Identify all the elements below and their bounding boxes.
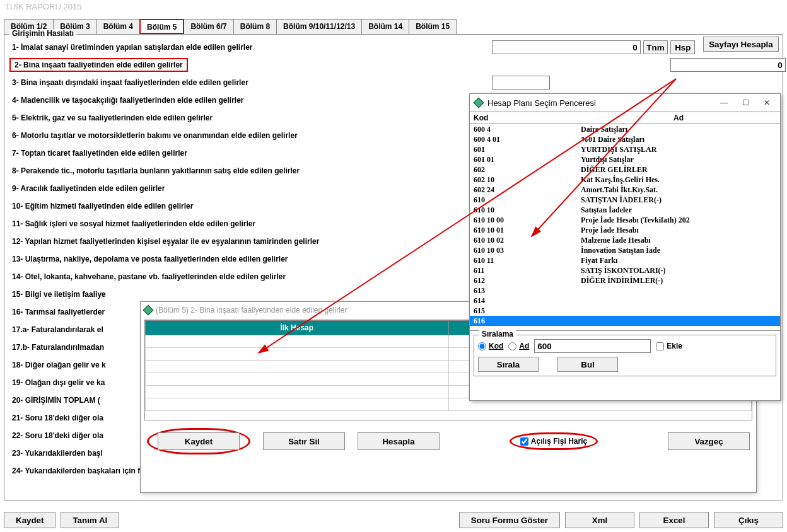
hp-item-kod: 610 10 [474, 205, 581, 215]
hp-list-item[interactable]: 611SATIŞ İSKONTOLARI(-) [470, 265, 780, 275]
hp-list[interactable]: 600 4Daire Satışları600 4 01%01 Daire Sa… [470, 124, 780, 331]
hp-list-item[interactable]: 610 10 02Malzeme İade Hesabı [470, 235, 780, 245]
hp-sort-group: Sıralama Kod Ad Ekle Sırala Bul [474, 335, 776, 376]
hp-header-ad: Ad [581, 113, 776, 122]
tab-b-l-m-4[interactable]: Bölüm 4 [96, 19, 140, 34]
sayfayi-hesapla-button[interactable]: Sayfayı Hesapla [703, 37, 779, 52]
row-value-input[interactable] [670, 58, 786, 72]
tab-row: Bölüm 1/2Bölüm 3Bölüm 4Bölüm 5Bölüm 6/7B… [0, 19, 787, 34]
chk-ekle[interactable]: Ekle [656, 342, 682, 350]
radio-ad[interactable]: Ad [508, 342, 529, 350]
hp-sirala-button[interactable]: Sırala [478, 357, 539, 372]
hp-list-item[interactable]: 615 [470, 306, 780, 316]
cikis-button[interactable]: Çıkış [714, 512, 783, 528]
hp-list-item[interactable]: 610 10 03İnnovation Satıştan İade [470, 245, 780, 255]
hp-list-item[interactable]: 614 [470, 296, 780, 306]
hp-item-kod: 600 4 [474, 124, 581, 134]
window-title: TUİK RAPORU 2015 [0, 0, 787, 14]
hp-list-item[interactable]: 601YURTDIŞI SATIŞLAR [470, 144, 780, 154]
hp-list-item[interactable]: 610 10 00Proje İade Hesabı (Tevkifatlı) … [470, 215, 780, 225]
hp-item-kod: 601 [474, 144, 581, 154]
hp-list-item[interactable]: 602 10Kat Karş.İnş.Geliri Hes. [470, 175, 780, 185]
row-label: 15- Bilgi ve iletişim faaliye [9, 289, 492, 300]
sub-kaydet-button[interactable]: Kaydet [158, 432, 240, 450]
excel-button[interactable]: Excel [639, 512, 709, 528]
maximize-icon[interactable]: ☐ [737, 98, 754, 107]
revenue-row: 1- İmalat sanayi üretiminden yapılan sat… [9, 38, 778, 56]
hp-item-ad: DİĞER İNDİRİMLER(-) [581, 275, 776, 286]
hp-list-item[interactable]: 613 [470, 286, 780, 296]
row-value-input[interactable] [492, 76, 550, 90]
hp-item-kod: 602 24 [474, 185, 581, 195]
xml-button[interactable]: Xml [565, 512, 634, 528]
tab-b-l-m-5[interactable]: Bölüm 5 [139, 19, 184, 34]
sub-vazgec-button[interactable]: Vazgeç [668, 432, 750, 450]
tab-b-l-m-15[interactable]: Bölüm 15 [409, 19, 457, 34]
row-label: 5- Elektrik, gaz ve su faaliyetlerinden … [9, 112, 492, 124]
hp-list-item[interactable]: 600 4 01%01 Daire Satışları [470, 134, 780, 144]
hp-item-ad [581, 296, 776, 306]
hp-list-item[interactable]: 616 [470, 316, 780, 326]
row-label: 10- Eğitim hizmeti faaliyetinden elde ed… [9, 200, 492, 212]
hp-item-kod: 610 10 01 [474, 225, 581, 235]
row-value-input[interactable] [492, 40, 641, 54]
hp-list-item[interactable]: 602 24Amort.Tabi İkt.Kıy.Sat. [470, 185, 780, 195]
hp-list-item[interactable]: 610SATIŞTAN İADELER(-) [470, 195, 780, 205]
hp-item-ad: Kat Karş.İnş.Geliri Hes. [581, 175, 776, 185]
radio-kod[interactable]: Kod [478, 342, 503, 350]
hp-list-item[interactable]: 612DİĞER İNDİRİMLER(-) [470, 275, 780, 286]
hesap-plani-window: Hesap Planı Seçim Penceresi — ☐ ✕ Kod Ad… [469, 93, 781, 401]
hp-header-kod: Kod [474, 113, 581, 122]
hp-item-kod: 610 10 02 [474, 235, 581, 245]
hp-list-item[interactable]: 602DİĞER GELİRLER [470, 165, 780, 175]
hp-item-ad: Satıştan İadeler [581, 205, 776, 215]
tanim-al-button[interactable]: Tanım Al [61, 512, 119, 528]
hp-item-kod: 610 11 [474, 255, 581, 265]
tab-b-l-m-6-7[interactable]: Bölüm 6/7 [184, 19, 233, 34]
chk-acilis-fisi-haric[interactable]: Açılış Fişi Hariç [520, 437, 587, 446]
sub-hesapla-button[interactable]: Hesapla [358, 432, 440, 450]
row-label: 13- Ulaştırma, nakliye, depolama ve post… [9, 253, 492, 265]
revenue-row: 2- Bina inşaatı faaliyetinden elde edile… [9, 56, 778, 74]
row-label: 8- Perakende tic., motorlu taşıtlarla bu… [9, 165, 492, 176]
hp-item-kod: 602 10 [474, 175, 581, 185]
hp-list-item[interactable]: 610 10Satıştan İadeler [470, 205, 780, 215]
hp-bul-button[interactable]: Bul [557, 357, 618, 372]
hp-item-ad [581, 306, 776, 316]
hp-list-item[interactable]: 601 01Yurtdışı Satışlar [470, 154, 780, 165]
chk-acilis-label: Açılış Fişi Hariç [531, 437, 587, 446]
soru-formu-button[interactable]: Soru Formu Göster [459, 512, 560, 528]
hp-list-item[interactable]: 610 11Fiyat Farkı [470, 255, 780, 265]
tab-b-l-m-9-10-11-12-13[interactable]: Bölüm 9/10/11/12/13 [276, 19, 362, 34]
hp-item-kod: 602 [474, 165, 581, 175]
minimize-icon[interactable]: — [716, 98, 732, 107]
hp-item-kod: 601 01 [474, 154, 581, 165]
bottom-bar: Kaydet Tanım Al Soru Formu Göster Xml Ex… [4, 512, 783, 528]
annotation-oval-kaydet: Kaydet [147, 428, 250, 454]
hsp-button[interactable]: Hsp [670, 40, 695, 54]
hp-item-ad: Amort.Tabi İkt.Kıy.Sat. [581, 185, 776, 195]
chk-acilis-input[interactable] [520, 437, 528, 446]
hp-item-kod: 612 [474, 275, 581, 286]
hp-item-kod: 600 4 01 [474, 134, 581, 144]
kaydet-button[interactable]: Kaydet [4, 512, 55, 528]
sub-satir-sil-button[interactable]: Satır Sil [263, 432, 345, 450]
tab-b-l-m-8[interactable]: Bölüm 8 [233, 19, 277, 34]
hp-item-ad [581, 316, 776, 326]
hp-search-input[interactable] [534, 339, 651, 353]
sub-buttons: Kaydet Satır Sil Hesapla Açılış Fişi Har… [141, 422, 756, 461]
tnm-button[interactable]: Tnm [643, 40, 668, 54]
hp-item-ad: SATIŞTAN İADELER(-) [581, 195, 776, 205]
hp-item-kod: 610 10 00 [474, 215, 581, 225]
hp-item-ad: Fiyat Farkı [581, 255, 776, 265]
hp-item-kod: 613 [474, 286, 581, 296]
hp-list-item[interactable]: 610 10 01Proje İade Hesabı [470, 225, 780, 235]
hp-item-ad: Proje İade Hesabı [581, 225, 776, 235]
hp-list-item[interactable]: 600 4Daire Satışları [470, 124, 780, 134]
row-label: 12- Yapılan hizmet faaliyetlerinden kişi… [9, 236, 492, 247]
tab-b-l-m-14[interactable]: Bölüm 14 [361, 19, 409, 34]
close-icon[interactable]: ✕ [759, 98, 775, 107]
hp-item-ad: DİĞER GELİRLER [581, 165, 776, 175]
row-label: 11- Sağlık işleri ve sosyal hizmet faali… [9, 218, 492, 229]
row-label: 3- Bina inşaatı dışındaki inşaat faaliye… [9, 77, 492, 88]
